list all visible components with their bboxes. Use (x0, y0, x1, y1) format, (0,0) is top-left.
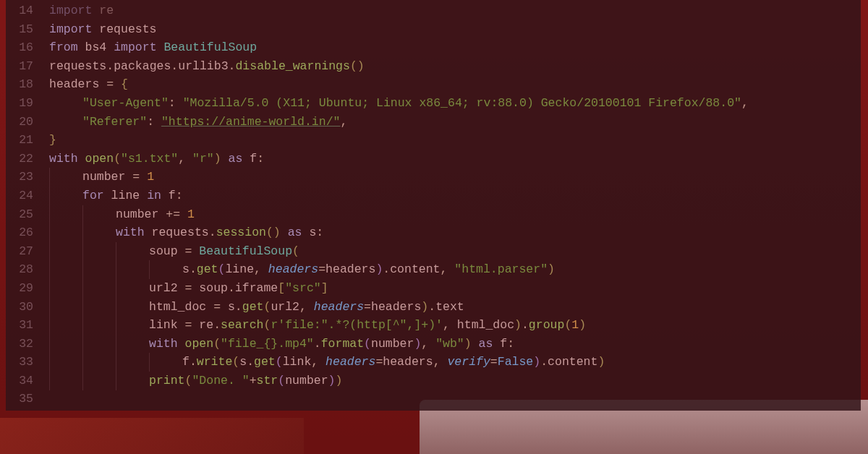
token: () (350, 59, 365, 73)
token: write (197, 355, 233, 369)
code-line[interactable]: "User-Agent": "Mozilla/5.0 (X11; Ubuntu;… (41, 94, 861, 113)
code-line[interactable]: link = re.search(r'file:".*?(http[^",]+)… (41, 316, 861, 335)
token: get (254, 355, 276, 369)
token: : (507, 337, 514, 351)
indent-guide (82, 205, 83, 390)
token: BeautifulSoup (163, 40, 257, 54)
token: False (498, 355, 534, 369)
token: ( (114, 152, 121, 166)
token: ) (328, 374, 336, 387)
code-line[interactable]: } (41, 131, 861, 150)
code-line[interactable]: import re (41, 1, 861, 20)
token: , (254, 262, 268, 276)
token: = (375, 355, 383, 369)
token: line (111, 189, 148, 202)
token: s (309, 226, 316, 239)
token: ( (263, 300, 271, 314)
line-number: 24 (6, 187, 33, 205)
code-line[interactable]: url2 = soup.iframe["src"] (41, 279, 861, 298)
token: , (421, 337, 435, 351)
code-line[interactable]: "Referer": "https://anime-world.in/", (41, 113, 861, 132)
line-number: 16 (6, 38, 33, 57)
token: headers (49, 77, 106, 91)
code-line[interactable]: html_doc = s.get(url2, headers=headers).… (41, 298, 861, 317)
code-editor[interactable]: 1415161718192021222324252627282930313233… (6, 0, 861, 411)
token: number (116, 207, 166, 221)
token: "html.parser" (454, 262, 548, 276)
token: . (209, 226, 216, 239)
background-accent-left (0, 418, 304, 454)
token: content (548, 355, 597, 369)
code-area[interactable]: import reimport requestsfrom bs4 import … (41, 0, 861, 411)
line-number: 15 (6, 20, 33, 39)
token: . (540, 355, 548, 369)
code-line[interactable]: headers = { (41, 75, 861, 94)
token: link (283, 355, 312, 369)
line-number: 32 (6, 335, 33, 354)
token: . (247, 355, 254, 369)
code-line[interactable]: s.get(line, headers=headers).content, "h… (41, 260, 861, 279)
token: ( (185, 374, 192, 387)
code-line[interactable]: number = 1 (41, 168, 861, 187)
token: with (116, 226, 152, 239)
token: packages (114, 59, 171, 73)
token: verify (447, 355, 490, 369)
token: ) (421, 300, 428, 314)
token: s (228, 300, 235, 314)
token: . (106, 59, 114, 73)
token: ) (414, 337, 421, 351)
line-number: 25 (6, 205, 33, 224)
line-number: 19 (6, 94, 33, 113)
line-number: 14 (6, 1, 33, 20)
line-number: 33 (6, 353, 33, 372)
code-line[interactable]: requests.packages.urllib3.disable_warnin… (41, 57, 861, 76)
token: : (176, 189, 183, 202)
code-line[interactable]: print("Done. "+str(number)) (41, 372, 861, 390)
token: soup (149, 244, 185, 258)
token: iframe (235, 281, 278, 295)
token: in (147, 189, 169, 202)
token: with (149, 337, 185, 351)
token: = (185, 281, 200, 295)
token: requests (152, 226, 209, 239)
token: headers (371, 300, 421, 314)
token: ( (364, 337, 371, 351)
token: f (169, 189, 176, 202)
code-line[interactable]: for line in f: (41, 187, 861, 205)
token: = (185, 318, 200, 332)
line-number: 17 (6, 57, 33, 76)
token: "Referer" (82, 115, 147, 129)
code-line[interactable]: import requests (41, 20, 861, 39)
token: : (257, 152, 264, 166)
token: : (316, 226, 323, 239)
token: : (147, 115, 161, 129)
token: requests (49, 59, 106, 73)
token: number (371, 337, 414, 351)
token: = (318, 262, 326, 276)
token: = (106, 77, 121, 91)
line-number: 30 (6, 298, 33, 317)
token: , (443, 318, 457, 332)
token: , (340, 115, 347, 129)
token: "Mozilla/5.0 (X11; Ubuntu; Linux x86_64;… (183, 96, 741, 110)
line-number: 26 (6, 223, 33, 242)
token: re (99, 4, 114, 17)
token: as (288, 226, 310, 239)
code-line[interactable]: number += 1 (41, 205, 861, 224)
code-line[interactable] (41, 390, 861, 408)
token: line (225, 262, 254, 276)
code-line[interactable]: soup = BeautifulSoup( (41, 242, 861, 261)
token: ) (533, 355, 540, 369)
token: , (311, 355, 326, 369)
token: ( (564, 318, 571, 332)
token: ( (218, 262, 226, 276)
code-line[interactable]: with open("file_{}.mp4".format(number), … (41, 335, 861, 354)
code-line[interactable]: with open("s1.txt", "r") as f: (41, 150, 861, 168)
token: html_doc (149, 300, 213, 314)
code-line[interactable]: f.write(s.get(link, headers=headers, ver… (41, 353, 861, 372)
token: 1 (571, 318, 579, 332)
code-line[interactable]: from bs4 import BeautifulSoup (41, 38, 861, 57)
code-line[interactable]: with requests.session() as s: (41, 223, 861, 242)
token: number (82, 170, 132, 184)
token: ) (464, 337, 479, 351)
